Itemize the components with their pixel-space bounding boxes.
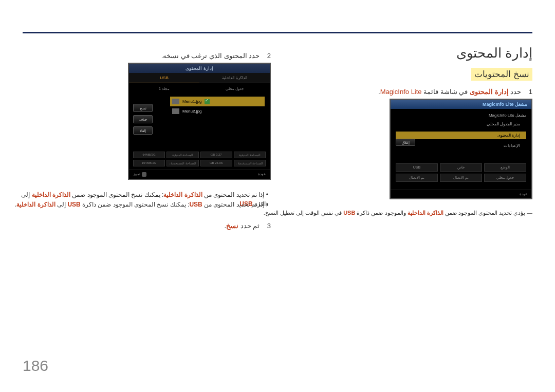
shot2-tabs: الذاكرة الداخلية USB [129, 73, 270, 83]
section-title: نسخ المحتويات [471, 68, 532, 81]
b1-em1: الذاكرة الداخلية [163, 191, 202, 198]
shot1-cell-e: تم الاتصال [440, 174, 482, 182]
shot1-bottom: الوضع خاص USB جدول محلي تم الاتصال تم ال… [391, 163, 531, 184]
shot1-h2: مشغل MagicInfo Lite [396, 113, 526, 118]
b2-mid: : يمكنك نسخ المحتوى الموجود ضمن ذاكرة [81, 201, 190, 208]
shot1-titlebar: مشغل MagicInfo Lite [391, 100, 531, 109]
shot2-back: عودة [258, 172, 266, 177]
stat-a-val: 3.27 GB [200, 152, 232, 158]
shot1-close-btn: إغلاق [396, 139, 415, 146]
fn-dash: ― [527, 210, 532, 216]
shot1-cell-d: جدول محلي [484, 174, 526, 182]
shot2-cancel-btn: إلغاء [133, 126, 153, 135]
step3-text: ثم حدد [238, 222, 260, 230]
step3: 3 ثم حدد نسخ. [224, 222, 271, 230]
step1-num: 1 [529, 88, 532, 96]
b1-lead: • إذا تم تحديد المحتوى من [202, 191, 268, 198]
thumbnail-icon [172, 99, 179, 104]
screenshot-magicinfo-menu: مشغل MagicInfo Lite مشغل MagicInfo Lite … [390, 99, 532, 199]
fn-text2: والموجود ضمن ذاكرة [355, 210, 407, 216]
shot2-item1-highlighted: Menu1.jpg [170, 97, 265, 106]
step1-text2: في شاشة قائمة [422, 88, 470, 96]
top-border [23, 32, 532, 33]
shot2-tab-usb: USB [129, 73, 199, 83]
shot1-cell-b: خاص [440, 163, 482, 172]
thumbnail-icon [172, 108, 179, 114]
shot2-tab-internal: الذاكرة الداخلية [199, 73, 270, 83]
shot1-row3: الإعدادات [396, 143, 526, 148]
b1-em2: الذاكرة الداخلية [32, 191, 70, 198]
shot2-stats: المساحة المتبقية 3.27 GB المساحة المتبقي… [133, 152, 266, 166]
shot2-item1-name: Menu1.jpg [182, 99, 201, 104]
step2: 2 حدد المحتوى الذي ترغب في نسخه. [161, 52, 271, 60]
step1-text: حدد [509, 88, 522, 96]
b2-em3: الذاكرة الداخلية [16, 201, 55, 208]
stat-b-val: 64MB/2G [133, 152, 165, 158]
shot2-item2-name: Menu2.jpg [182, 109, 201, 114]
shot2-item2: Menu2.jpg [170, 106, 265, 116]
stat-d-val: 194MB/2G [133, 160, 165, 166]
step1-bold: إدارة المحتوى [470, 88, 509, 96]
shot1-row2-highlighted: إدارة المحتوى [396, 132, 526, 139]
shot2-sub-a: جدول محلي [199, 85, 270, 92]
b2-em1: USB [189, 201, 202, 208]
page-title: إدارة المحتوى [456, 45, 532, 61]
fn-em1: الذاكرة الداخلية [408, 210, 443, 216]
stat-d-label: المساحة المستخدمة : [166, 160, 198, 166]
stat-b-label: المساحة المتبقية [166, 152, 198, 158]
step2-num: 2 [267, 52, 271, 60]
step1: 1 حدد إدارة المحتوى في شاشة قائمة MagicI… [378, 88, 532, 96]
shot1-cell-f: تم الاتصال [396, 174, 438, 182]
b2-em2: USB [67, 201, 80, 208]
step1-product: MagicInfo Lite [380, 88, 422, 96]
shot2-footer: عودة تمييز [129, 170, 270, 179]
shot2-titlebar: إدارة المحتوى [129, 64, 270, 73]
stat-c-val: 26.06 GB [200, 160, 232, 166]
shot1-row1: مدير الجدول المحلي [396, 122, 526, 126]
fn-em2: USB [343, 210, 355, 216]
bullet2: • إذا تم تحديد المحتوى من USB: يمكنك نسخ… [9, 200, 268, 209]
shot2-subhead: جدول محلي مجلد 1 [129, 83, 270, 95]
shot2-side-buttons: نسخ حذف إلغاء [133, 104, 153, 135]
mark-icon [142, 172, 146, 177]
shot2-sub-b: مجلد 1 [129, 85, 199, 92]
shot2-mark: تمييز [133, 172, 146, 177]
shot1-footer: عودة [391, 190, 531, 198]
step3-num: 3 [267, 222, 271, 230]
b2-mid2: إلى [55, 201, 68, 208]
shot1-body: مشغل MagicInfo Lite مدير الجدول المحلي إ… [391, 109, 531, 157]
step2-text: حدد المحتوى الذي ترغب في نسخه. [161, 52, 260, 60]
check-icon [205, 99, 210, 104]
shot1-cell-c: USB [396, 163, 438, 172]
stat-a-label: المساحة المتبقية [234, 152, 266, 158]
shot2-delete-btn: حذف [133, 115, 153, 123]
footnote: ― يؤدي تحديد المحتوى الموجود ضمن الذاكرة… [18, 210, 532, 216]
shot2-mark-label: تمييز [133, 172, 140, 176]
b1-mid: : يمكنك نسخ المحتوى الموجود ضمن [70, 191, 163, 198]
b2-lead: • إذا تم تحديد المحتوى من [202, 201, 268, 208]
step3-bold: نسخ [226, 222, 238, 230]
shot2-copy-btn: نسخ [133, 104, 153, 112]
screenshot-content-mgmt: إدارة المحتوى الذاكرة الداخلية USB جدول … [128, 63, 271, 180]
fn-text3: في نفس الوقت إلى تعطيل النسخ. [264, 210, 343, 216]
page-number: 186 [23, 357, 48, 375]
stat-c-label: المساحة المستخدمة : [234, 160, 266, 166]
fn-text: يؤدي تحديد المحتوى الموجود ضمن [443, 210, 525, 216]
shot1-cell-a: الوضع [484, 163, 526, 172]
